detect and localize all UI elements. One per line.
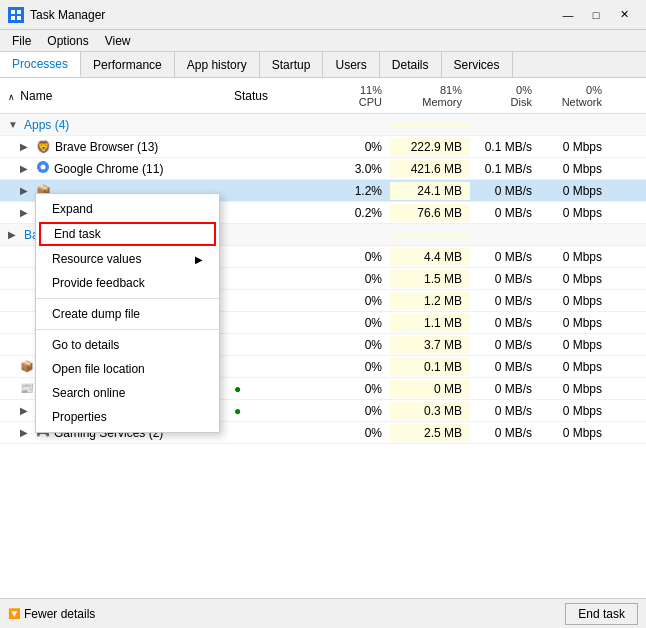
tab-users[interactable]: Users: [323, 52, 379, 77]
context-create-dump[interactable]: Create dump file: [36, 302, 219, 326]
context-separator-2: [36, 329, 219, 330]
group-apps-text: Apps (4): [24, 118, 69, 132]
context-separator-1: [36, 298, 219, 299]
minimize-button[interactable]: —: [554, 6, 582, 24]
window-controls: — □ ✕: [554, 6, 638, 24]
menu-file[interactable]: File: [4, 32, 39, 49]
col-header-cpu[interactable]: 11% CPU: [320, 80, 390, 112]
close-button[interactable]: ✕: [610, 6, 638, 24]
menu-options[interactable]: Options: [39, 32, 96, 49]
context-expand[interactable]: Expand: [36, 197, 219, 221]
col-status-label: Status: [234, 89, 268, 103]
network-label: Network: [548, 96, 602, 108]
tab-details[interactable]: Details: [380, 52, 442, 77]
context-provide-feedback[interactable]: Provide feedback: [36, 271, 219, 295]
cpu-pct: 11%: [328, 84, 382, 96]
main-content: ∧ Name Status 11% CPU 81% Memory 0% Disk…: [0, 78, 646, 598]
context-resource-values[interactable]: Resource values ▶: [36, 247, 219, 271]
context-search-online[interactable]: Search online: [36, 381, 219, 405]
context-open-file-location[interactable]: Open file location: [36, 357, 219, 381]
expand-icon: ▼: [8, 119, 20, 130]
row-chrome[interactable]: ▶ Google Chrome (11) 3.0% 421.6 MB 0.1 M…: [0, 158, 646, 180]
tab-bar: Processes Performance App history Startu…: [0, 52, 646, 78]
sort-arrow: ∧: [8, 92, 15, 102]
col-header-name[interactable]: ∧ Name: [0, 85, 230, 107]
tab-performance[interactable]: Performance: [81, 52, 175, 77]
svg-rect-4: [17, 16, 21, 20]
col-name-label: Name: [20, 89, 52, 103]
context-end-task[interactable]: End task: [39, 222, 216, 246]
tab-services[interactable]: Services: [442, 52, 513, 77]
context-go-to-details[interactable]: Go to details: [36, 333, 219, 357]
col-header-status[interactable]: Status: [230, 85, 320, 107]
context-properties[interactable]: Properties: [36, 405, 219, 429]
row-brave[interactable]: ▶ 🦁 Brave Browser (13) 0% 222.9 MB 0.1 M…: [0, 136, 646, 158]
chevron-down-icon: 🔽: [8, 608, 20, 619]
table-header: ∧ Name Status 11% CPU 81% Memory 0% Disk…: [0, 78, 646, 114]
context-menu: Expand End task Resource values ▶ Provid…: [35, 193, 220, 433]
menu-view[interactable]: View: [97, 32, 139, 49]
memory-label: Memory: [398, 96, 462, 108]
tab-startup[interactable]: Startup: [260, 52, 324, 77]
svg-rect-1: [11, 10, 15, 14]
svg-rect-2: [17, 10, 21, 14]
app-icon: [8, 7, 24, 23]
fewer-details-label: Fewer details: [24, 607, 95, 621]
svg-point-6: [41, 165, 46, 170]
chrome-name: ▶ Google Chrome (11): [0, 158, 230, 179]
window-title: Task Manager: [30, 8, 105, 22]
svg-rect-3: [11, 16, 15, 20]
group-apps-label: ▼ Apps (4): [0, 116, 230, 134]
disk-pct: 0%: [478, 84, 532, 96]
col-header-network[interactable]: 0% Network: [540, 80, 610, 112]
group-apps[interactable]: ▼ Apps (4): [0, 114, 646, 136]
menu-bar: File Options View: [0, 30, 646, 52]
tab-processes[interactable]: Processes: [0, 52, 81, 77]
network-pct: 0%: [548, 84, 602, 96]
memory-pct: 81%: [398, 84, 462, 96]
end-task-button[interactable]: End task: [565, 603, 638, 625]
fewer-details-button[interactable]: 🔽 Fewer details: [8, 607, 95, 621]
tab-app-history[interactable]: App history: [175, 52, 260, 77]
submenu-arrow-icon: ▶: [195, 254, 203, 265]
col-header-disk[interactable]: 0% Disk: [470, 80, 540, 112]
bottom-bar: 🔽 Fewer details End task: [0, 598, 646, 628]
maximize-button[interactable]: □: [582, 6, 610, 24]
title-bar: Task Manager — □ ✕: [0, 0, 646, 30]
col-header-memory[interactable]: 81% Memory: [390, 80, 470, 112]
disk-label: Disk: [478, 96, 532, 108]
brave-name: ▶ 🦁 Brave Browser (13): [0, 138, 230, 156]
cpu-label: CPU: [328, 96, 382, 108]
